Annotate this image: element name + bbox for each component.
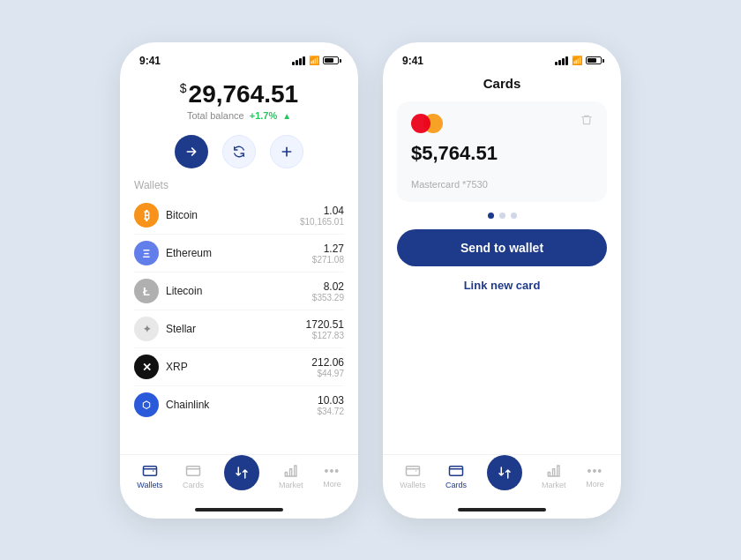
status-bar-right: 9:41 📶: [383, 42, 621, 72]
left-main-content: $29,764.51 Total balance +1.7% ▲: [120, 72, 358, 454]
nav-center-left[interactable]: [224, 462, 259, 490]
nav-more-right[interactable]: ••• More: [586, 464, 604, 489]
xrp-name: XRP: [166, 361, 188, 373]
nav-center-right[interactable]: [487, 462, 522, 490]
wallets-nav-icon-right: [405, 463, 421, 479]
litecoin-amount: 8.02: [312, 280, 344, 293]
refresh-button[interactable]: [222, 135, 256, 168]
svg-rect-1: [186, 466, 199, 475]
wallet-left-ethereum: Ξ Ethereum: [134, 241, 212, 265]
link-new-card-button[interactable]: Link new card: [383, 273, 621, 297]
card-amount: $5,764.51: [411, 142, 593, 165]
balance-change: +1.7%: [250, 110, 278, 121]
stellar-name: Stellar: [166, 323, 196, 335]
dot-2[interactable]: [499, 213, 505, 219]
send-button[interactable]: [175, 135, 208, 168]
chainlink-icon: ⬡: [134, 392, 159, 417]
app-container: 9:41 📶 $29,764.51: [0, 0, 741, 560]
ethereum-name: Ethereum: [166, 247, 212, 259]
plus-icon: [280, 145, 294, 159]
card-carousel: $5,764.51 Mastercard *7530: [383, 101, 621, 202]
nav-wallets-left[interactable]: Wallets: [137, 463, 162, 489]
svg-rect-2: [406, 466, 419, 475]
center-nav-btn-left[interactable]: [224, 455, 259, 490]
nav-cards-label-left: Cards: [183, 481, 204, 489]
nav-cards-label-right: Cards: [445, 481, 467, 489]
exchange-icon-right: [497, 465, 513, 481]
cards-nav-icon-right: [448, 463, 464, 479]
chainlink-usd: $34.72: [317, 407, 344, 416]
dot-3[interactable]: [511, 213, 517, 219]
mastercard-logo: [411, 114, 443, 133]
ethereum-icon: Ξ: [134, 241, 159, 265]
cards-nav-icon: [185, 463, 201, 479]
wallet-right-litecoin: 8.02 $353.29: [312, 280, 344, 302]
nav-more-label-right: More: [586, 480, 604, 489]
exchange-icon-left: [234, 465, 250, 481]
balance-label: Total balance: [187, 110, 244, 121]
nav-wallets-label-left: Wallets: [137, 481, 162, 489]
battery-icon: [323, 56, 339, 64]
center-nav-btn-right[interactable]: [487, 455, 522, 490]
wallet-right-stellar: 1720.51 $127.83: [306, 318, 344, 340]
nav-market-right[interactable]: Market: [542, 463, 566, 489]
wallet-item-chainlink[interactable]: ⬡ Chainlink 10.03 $34.72: [134, 386, 344, 423]
mc-red-circle: [411, 114, 430, 133]
action-buttons: [120, 131, 358, 179]
home-indicator-left: [195, 508, 283, 511]
right-phone: 9:41 📶 Cards: [383, 42, 621, 519]
nav-market-label-right: Market: [542, 481, 566, 489]
balance-sub: Total balance +1.7% ▲: [138, 110, 341, 121]
wallet-item-bitcoin[interactable]: ₿ Bitcoin 1.04 $10,165.01: [134, 197, 344, 235]
wallet-left-litecoin: Ł Litecoin: [134, 279, 202, 303]
wallets-section: Wallets ₿ Bitcoin 1.04 $10,165.01 Ξ Ethe…: [120, 179, 358, 453]
add-button[interactable]: [270, 135, 303, 168]
wallet-right-chainlink: 10.03 $34.72: [317, 394, 344, 416]
nav-cards-right[interactable]: Cards: [445, 463, 467, 489]
dot-1[interactable]: [488, 213, 494, 219]
bitcoin-name: Bitcoin: [166, 209, 198, 221]
wallet-right-bitcoin: 1.04 $10,165.01: [300, 205, 344, 227]
bitcoin-usd: $10,165.01: [300, 217, 344, 227]
ethereum-amount: 1.27: [312, 243, 344, 255]
status-time-left: 9:41: [139, 55, 161, 67]
wallet-left-bitcoin: ₿ Bitcoin: [134, 203, 198, 228]
card-header: [411, 114, 593, 133]
market-nav-icon-right: [546, 463, 562, 479]
delete-card-button[interactable]: [580, 114, 593, 129]
wallet-item-ethereum[interactable]: Ξ Ethereum 1.27 $271.08: [134, 235, 344, 273]
wifi-icon: 📶: [309, 56, 319, 65]
wallet-right-xrp: 212.06 $44.97: [311, 356, 344, 378]
status-bar-left: 9:41 📶: [120, 42, 358, 72]
wifi-icon-right: 📶: [572, 56, 582, 65]
currency-symbol: $: [180, 81, 187, 95]
svg-rect-3: [449, 466, 462, 475]
wallet-item-litecoin[interactable]: Ł Litecoin 8.02 $353.29: [134, 273, 344, 310]
arrow-up-icon: ▲: [282, 111, 291, 121]
nav-market-left[interactable]: Market: [279, 463, 303, 489]
nav-more-label-left: More: [323, 480, 341, 489]
nav-wallets-label-right: Wallets: [400, 481, 425, 489]
wallet-item-xrp[interactable]: ✕ XRP 212.06 $44.97: [134, 348, 344, 386]
send-to-wallet-button[interactable]: Send to wallet: [397, 229, 607, 266]
wallet-item-stellar[interactable]: ✦ Stellar 1720.51 $127.83: [134, 310, 344, 348]
card-item: $5,764.51 Mastercard *7530: [397, 101, 607, 202]
nav-cards-left[interactable]: Cards: [183, 463, 204, 489]
arrow-right-icon: [184, 145, 198, 159]
xrp-icon: ✕: [134, 355, 159, 379]
nav-more-left[interactable]: ••• More: [323, 464, 341, 489]
litecoin-name: Litecoin: [166, 285, 202, 297]
bottom-nav-left: Wallets Cards Market: [120, 454, 358, 503]
nav-wallets-right[interactable]: Wallets: [400, 463, 425, 489]
wallets-nav-icon: [142, 463, 158, 479]
signal-icon: [292, 56, 305, 65]
litecoin-usd: $353.29: [312, 293, 344, 302]
more-dots-icon-left: •••: [325, 464, 341, 478]
bottom-nav-right: Wallets Cards Market: [383, 454, 621, 503]
chainlink-name: Chainlink: [166, 399, 209, 411]
bitcoin-icon: ₿: [134, 203, 159, 228]
left-phone: 9:41 📶 $29,764.51: [120, 42, 358, 519]
battery-icon-right: [586, 56, 602, 64]
balance-section: $29,764.51 Total balance +1.7% ▲: [120, 72, 358, 132]
balance-amount: $29,764.51: [138, 81, 341, 108]
